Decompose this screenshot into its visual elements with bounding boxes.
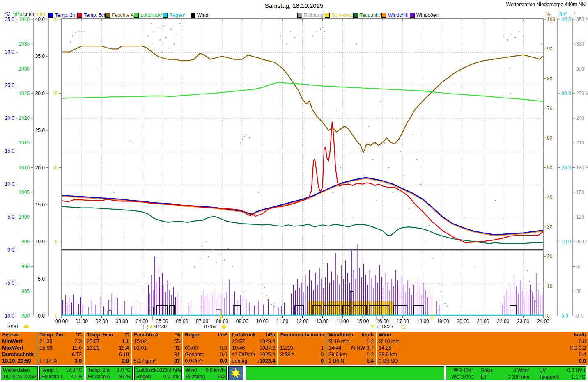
direction-dot — [290, 31, 291, 32]
direction-dot — [188, 217, 188, 217]
moonrise-arrow-icon — [149, 325, 153, 328]
cell-label: 28.9 km — [328, 351, 347, 358]
row-header-label: MaxWert — [2, 345, 23, 351]
cell-value: 6.72 — [72, 351, 82, 358]
cell-value: 11.0 — [72, 345, 82, 351]
column-name: Windböen — [328, 332, 353, 338]
cell-value: 6.19 — [119, 351, 129, 358]
direction-dot — [400, 151, 401, 151]
axis-tick-label: 10.0 — [35, 239, 45, 245]
axis-tick-label: 985 — [21, 288, 30, 294]
sunset-arrow-icon — [371, 325, 374, 328]
x-tick-label: 15:00 — [356, 318, 369, 324]
direction-dot — [242, 138, 243, 139]
status-value: 17.8 °C — [66, 367, 82, 373]
table-column-0: SensorMinWertMaxWertDurchschnitt18.10. 2… — [0, 332, 37, 365]
table-row: 28.9 km1.2 — [326, 351, 376, 358]
table-row: 2.8 — [85, 358, 131, 364]
cell-value: 0.0 — [579, 358, 586, 364]
row-header-label: 18.10. 23:59 — [2, 358, 31, 364]
direction-dot — [129, 141, 129, 142]
direction-dot — [154, 31, 154, 32]
direction-dot — [158, 27, 158, 28]
status-right-cluster: WR 134°WC 3.0°CSolar0 W/m²ET0.000 mmUV0.… — [446, 366, 586, 380]
column-header: Temp. 5cm°C — [85, 332, 131, 338]
cell-value: 91 — [174, 345, 180, 351]
status-wr-wc: WC 3.0°C — [450, 374, 473, 380]
axis-tick-label: 20 — [547, 254, 553, 259]
x-tick-label: 20:00 — [457, 318, 469, 324]
axis-unit-label: min — [37, 11, 45, 17]
row-header: MaxWert — [0, 345, 37, 351]
direction-dot — [165, 37, 166, 38]
axis-tick-label: -5.0 — [6, 280, 14, 286]
table-row: ^1.0hPa/h1025.4 — [230, 351, 277, 358]
cell-value: SO 3.2 — [570, 345, 586, 351]
direction-dot — [428, 225, 429, 226]
direction-dot — [328, 151, 329, 151]
x-tick-label: 04:00 — [136, 318, 148, 324]
axis-tick-label: 70 — [547, 105, 553, 111]
column-unit: °C — [123, 332, 129, 338]
cell-value: N-NW 9.7 — [351, 345, 374, 351]
cell-label: 1 Bft N — [328, 358, 344, 364]
direction-dot — [194, 266, 195, 267]
direction-dot — [511, 34, 512, 34]
axis-tick-label: 980 — [21, 313, 30, 319]
status-value: 1.1 °C — [552, 374, 585, 380]
axis-tick-label: 0 N — [576, 313, 584, 319]
direction-dot — [152, 43, 152, 44]
status-cell-3: Luftdruck1023.4 hPaRegen0.0 l/m² — [134, 366, 182, 380]
cell-label: 0 Bft SO — [379, 358, 398, 364]
cell-label: 13:29 — [87, 345, 99, 351]
cell-value: 3.0 — [75, 358, 82, 364]
direction-dot — [404, 176, 405, 176]
axis-tick-label: 360 N — [576, 16, 588, 22]
x-tick-label: 24:00 — [537, 318, 549, 324]
direction-dot — [368, 126, 369, 127]
cell-label: ^1.0hPa/h — [232, 351, 255, 358]
x-tick-label: 18:00 — [417, 318, 429, 324]
status-value: 87 % — [119, 373, 131, 380]
table-row: 0 — [278, 358, 326, 364]
axis-tick-label: 150 — [576, 190, 584, 195]
direction-dot — [432, 258, 433, 258]
status-row: Wetterdaten — [1, 367, 37, 373]
direction-dot — [533, 297, 534, 298]
direction-dot — [485, 237, 485, 238]
axis-unit-label: km/h — [23, 11, 34, 17]
x-tick-label: 13:00 — [316, 318, 328, 324]
status-label: Wetterdaten — [3, 367, 30, 373]
direction-dot — [384, 142, 385, 143]
direction-dot — [161, 52, 162, 53]
table-row: 20:071.1 — [85, 338, 131, 345]
direction-dot — [240, 142, 241, 143]
table-row: 0.0 l/m²0.0 — [183, 358, 229, 364]
axis-tick-label: 60 — [576, 264, 582, 270]
direction-dot — [531, 291, 532, 292]
direction-dot — [537, 302, 537, 303]
cell-label: 00:00 — [185, 345, 198, 351]
status-label: ET — [481, 374, 487, 380]
direction-dot — [523, 35, 524, 36]
axis-tick-label: 120 — [576, 214, 584, 220]
cell-value: 81 — [174, 351, 180, 358]
column-unit: km/h — [362, 332, 374, 338]
direction-dot — [416, 159, 417, 160]
table-row: Gesamt:0.0 — [183, 351, 229, 358]
direction-dot — [170, 29, 171, 30]
direction-dot — [446, 306, 447, 307]
axis-tick-label: 10 — [547, 284, 553, 289]
sunset-square-icon — [402, 325, 405, 329]
axis-tick-label: 1040 — [18, 16, 30, 22]
direction-dot — [150, 23, 151, 24]
axis-tick-label: 20.0 — [561, 165, 571, 171]
table-row — [183, 338, 229, 345]
axis-tick-label: 30.0 — [35, 91, 45, 96]
moonset-icon — [24, 325, 29, 328]
direction-dot — [208, 256, 209, 257]
direction-dot — [174, 43, 175, 44]
direction-dot — [455, 249, 455, 250]
direction-dot — [179, 23, 180, 24]
direction-dot — [268, 301, 269, 302]
